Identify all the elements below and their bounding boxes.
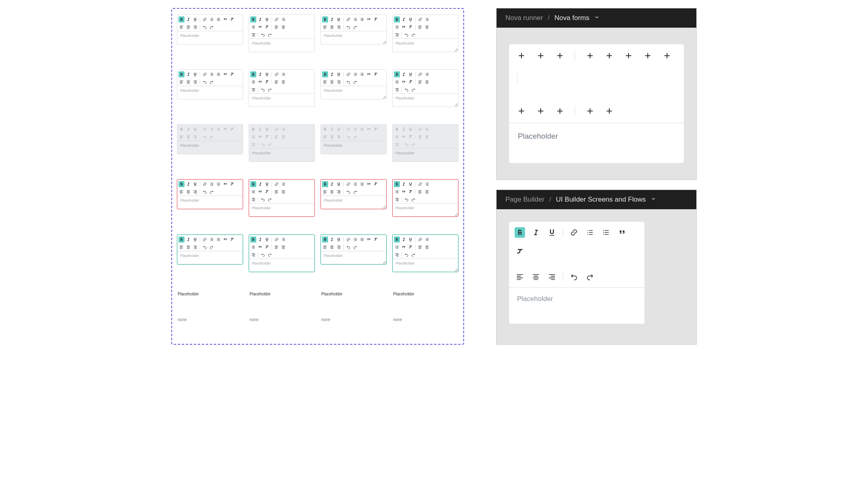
ordered-list-button[interactable]: [215, 16, 221, 22]
toolbar-placeholder-button[interactable]: [624, 51, 633, 60]
align-center-button[interactable]: [280, 79, 286, 85]
align-center-button[interactable]: [329, 134, 335, 140]
clear-format-button[interactable]: [408, 244, 414, 250]
undo-button[interactable]: [202, 79, 208, 85]
italic-button[interactable]: [401, 181, 407, 187]
link-button[interactable]: [274, 71, 280, 77]
rte-input[interactable]: Placeholder: [177, 196, 243, 209]
align-center-button[interactable]: [185, 134, 191, 140]
redo-button[interactable]: [352, 189, 358, 195]
undo-button[interactable]: [260, 196, 266, 202]
underline-button[interactable]: [408, 16, 414, 22]
bullet-list-button[interactable]: [585, 227, 595, 238]
toolbar-placeholder-button[interactable]: [556, 107, 564, 115]
ordered-list-button[interactable]: [394, 244, 400, 250]
toolbar-placeholder-button[interactable]: [556, 51, 564, 60]
bold-button[interactable]: [178, 236, 185, 242]
quote-button[interactable]: [257, 79, 263, 85]
clear-format-button[interactable]: [229, 236, 235, 242]
breadcrumb-page[interactable]: UI Builder Screens and Flows: [556, 196, 646, 204]
bullet-list-button[interactable]: [424, 16, 430, 22]
ordered-list-button[interactable]: [215, 71, 221, 77]
link-button[interactable]: [569, 227, 579, 238]
bullet-list-button[interactable]: [209, 71, 215, 77]
quote-button[interactable]: [617, 227, 627, 238]
rte-input[interactable]: Placeholder: [393, 39, 458, 52]
italic-button[interactable]: [185, 16, 191, 22]
align-right-button[interactable]: [250, 252, 256, 258]
bold-button[interactable]: [515, 227, 525, 238]
redo-button[interactable]: [267, 87, 273, 93]
breadcrumb-page[interactable]: Nova forms: [554, 14, 589, 22]
quote-button[interactable]: [366, 16, 372, 22]
clear-format-button[interactable]: [229, 16, 235, 22]
undo-button[interactable]: [404, 196, 410, 202]
underline-button[interactable]: [336, 126, 342, 132]
undo-button[interactable]: [404, 87, 410, 93]
ordered-list-button[interactable]: [215, 126, 221, 132]
undo-button[interactable]: [345, 24, 351, 30]
clear-format-button[interactable]: [264, 189, 270, 195]
toolbar-placeholder-button[interactable]: [605, 51, 614, 60]
ordered-list-button[interactable]: [359, 16, 365, 22]
align-center-button[interactable]: [185, 79, 191, 85]
align-center-button[interactable]: [185, 244, 191, 250]
quote-button[interactable]: [222, 71, 228, 77]
underline-button[interactable]: [264, 181, 270, 187]
italic-button[interactable]: [257, 181, 263, 187]
redo-button[interactable]: [352, 134, 358, 140]
align-center-button[interactable]: [280, 134, 286, 140]
bullet-list-button[interactable]: [352, 16, 358, 22]
link-button[interactable]: [202, 71, 208, 77]
redo-button[interactable]: [410, 32, 416, 38]
redo-button[interactable]: [209, 79, 215, 85]
undo-button[interactable]: [345, 134, 351, 140]
ordered-list-button[interactable]: [250, 244, 256, 250]
align-right-button[interactable]: [192, 79, 198, 85]
clear-format-button[interactable]: [373, 181, 379, 187]
underline-button[interactable]: [336, 181, 342, 187]
redo-button[interactable]: [209, 24, 215, 30]
clear-format-button[interactable]: [229, 126, 235, 132]
link-button[interactable]: [202, 236, 208, 242]
quote-button[interactable]: [401, 24, 407, 30]
quote-button[interactable]: [257, 134, 263, 140]
quote-button[interactable]: [401, 189, 407, 195]
quote-button[interactable]: [257, 244, 263, 250]
chevron-down-icon[interactable]: [651, 196, 656, 204]
redo-button[interactable]: [267, 32, 273, 38]
underline-button[interactable]: [336, 236, 342, 242]
bold-button[interactable]: [178, 71, 185, 77]
underline-button[interactable]: [192, 71, 198, 77]
italic-button[interactable]: [257, 126, 263, 132]
bold-button[interactable]: [250, 181, 256, 187]
align-center-button[interactable]: [280, 189, 286, 195]
underline-button[interactable]: [192, 16, 198, 22]
bullet-list-button[interactable]: [352, 126, 358, 132]
link-button[interactable]: [274, 181, 280, 187]
undo-button[interactable]: [260, 32, 266, 38]
clear-format-button[interactable]: [264, 24, 270, 30]
align-left-button[interactable]: [178, 134, 185, 140]
toolbar-placeholder-button[interactable]: [586, 51, 594, 60]
align-center-button[interactable]: [531, 271, 541, 282]
clear-format-button[interactable]: [264, 244, 270, 250]
italic-button[interactable]: [257, 236, 263, 242]
redo-button[interactable]: [585, 271, 595, 282]
redo-button[interactable]: [410, 252, 416, 258]
clear-format-button[interactable]: [408, 189, 414, 195]
undo-button[interactable]: [345, 79, 351, 85]
redo-button[interactable]: [209, 134, 215, 140]
ordered-list-button[interactable]: [250, 24, 256, 30]
align-center-button[interactable]: [329, 24, 335, 30]
bullet-list-button[interactable]: [424, 71, 430, 77]
quote-button[interactable]: [222, 181, 228, 187]
italic-button[interactable]: [401, 126, 407, 132]
italic-button[interactable]: [257, 71, 263, 77]
link-button[interactable]: [417, 71, 423, 77]
toolbar-placeholder-button[interactable]: [517, 107, 526, 115]
bullet-list-button[interactable]: [424, 236, 430, 242]
quote-button[interactable]: [401, 244, 407, 250]
toolbar-placeholder-button[interactable]: [605, 107, 614, 115]
undo-button[interactable]: [260, 252, 266, 258]
